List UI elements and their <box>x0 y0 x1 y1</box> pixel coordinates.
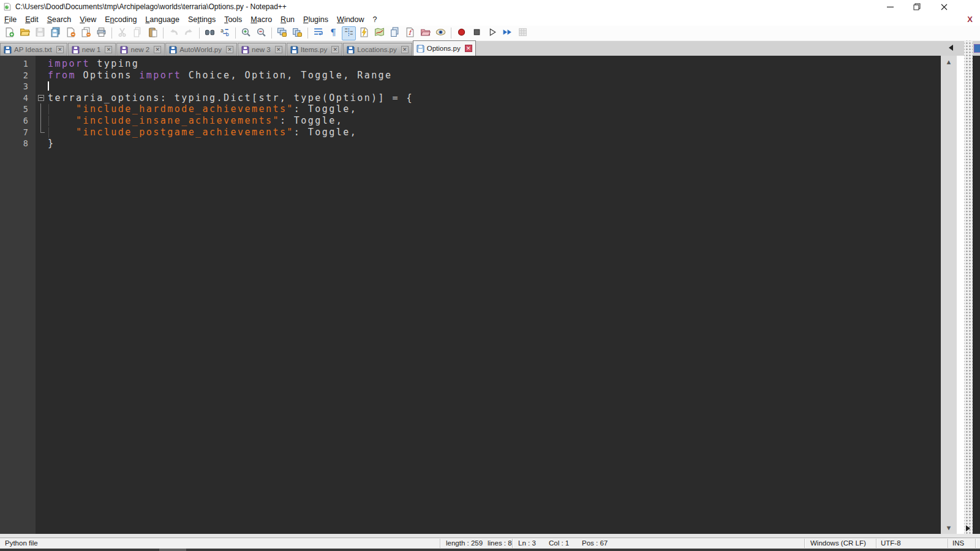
tab-close-icon[interactable]: ✕ <box>105 46 112 53</box>
cut-button[interactable] <box>115 26 129 40</box>
zoom-in-button[interactable] <box>239 26 253 40</box>
find-button[interactable] <box>203 26 217 40</box>
status-eol-format[interactable]: Windows (CR LF) <box>810 538 866 549</box>
sync-scroll-horizontal-icon <box>292 27 303 40</box>
play-macro-icon <box>487 27 497 40</box>
menubar-close-icon[interactable]: X <box>967 13 973 26</box>
copy-button[interactable] <box>130 26 145 40</box>
toolbar-separator <box>163 28 164 39</box>
fold-margin <box>36 58 48 70</box>
scroll-up-icon[interactable]: ▲ <box>941 57 957 67</box>
sync-scroll-vertical-button[interactable] <box>275 26 289 40</box>
sync-scroll-horizontal-button[interactable] <box>290 26 304 40</box>
record-macro-button[interactable] <box>454 26 469 40</box>
tab-close-icon[interactable]: ✕ <box>56 46 64 53</box>
lightning-doc-button[interactable] <box>357 26 371 40</box>
floppy-disk-icon <box>120 46 128 54</box>
close-button[interactable] <box>933 0 954 13</box>
minimize-button[interactable] <box>880 0 900 13</box>
tab-ap-ideas.txt[interactable]: AP Ideas.txt✕ <box>0 43 67 56</box>
fast-forward-icon <box>502 27 513 40</box>
fast-forward-button[interactable] <box>500 26 514 40</box>
tab-items.py[interactable]: Items.py✕ <box>287 43 342 56</box>
menu-macro[interactable]: Macro <box>246 13 276 26</box>
macro-save-button[interactable] <box>516 26 530 40</box>
code-line: 3 <box>0 81 941 92</box>
show-all-chars-button[interactable]: ¶ <box>326 26 341 40</box>
tab-close-icon[interactable]: ✕ <box>465 45 472 52</box>
tab-close-icon[interactable]: ✕ <box>331 46 339 53</box>
save-button[interactable] <box>33 26 47 40</box>
code-text: terraria_options: typing.Dict[str, type(… <box>48 92 413 104</box>
eye-button[interactable] <box>434 26 448 40</box>
undo-button[interactable] <box>167 26 181 40</box>
menu-window[interactable]: Window <box>333 13 368 26</box>
play-macro-button[interactable] <box>485 26 499 40</box>
print-button[interactable] <box>94 26 108 40</box>
folder-button[interactable] <box>418 26 432 40</box>
menu-file[interactable]: File <box>0 13 21 26</box>
paste-icon <box>148 27 158 40</box>
tab-close-icon[interactable]: ✕ <box>154 46 161 53</box>
code-line: 4terraria_options: typing.Dict[str, type… <box>0 92 941 104</box>
menu-?[interactable]: ? <box>369 13 382 26</box>
code-line: 7 "include_postgame_achievements": Toggl… <box>0 127 941 138</box>
replace-button[interactable]: ab <box>218 26 232 40</box>
save-all-button[interactable] <box>48 26 62 40</box>
secondary-view-pane <box>973 40 980 534</box>
scroll-down-icon[interactable]: ▼ <box>941 523 957 533</box>
new-file-button[interactable] <box>2 26 17 40</box>
status-encoding[interactable]: UTF-8 <box>881 538 901 549</box>
tab-autoworld.py[interactable]: AutoWorld.py✕ <box>165 43 237 56</box>
code-text: "include_insane_achievements": Toggle, <box>48 115 343 127</box>
tab-new-3[interactable]: new 3✕ <box>238 43 286 56</box>
status-length: length : 259 <box>446 538 483 549</box>
word-wrap-button[interactable] <box>311 26 325 40</box>
paste-button[interactable] <box>146 26 160 40</box>
menu-language[interactable]: Language <box>141 13 184 26</box>
open-file-button[interactable] <box>18 26 32 40</box>
line-number: 4 <box>0 92 36 104</box>
secondary-tab-strip <box>973 40 980 56</box>
tab-close-icon[interactable]: ✕ <box>275 46 282 53</box>
stop-macro-button[interactable] <box>470 26 484 40</box>
menu-tools[interactable]: Tools <box>220 13 246 26</box>
menu-plugins[interactable]: Plugins <box>299 13 333 26</box>
line-number: 3 <box>0 81 36 92</box>
code-text <box>48 81 49 92</box>
indent-guide-button[interactable] <box>342 26 356 40</box>
menu-run[interactable]: Run <box>276 13 299 26</box>
vertical-scrollbar[interactable]: ▲ ▼ <box>941 56 957 534</box>
floppy-disk-icon <box>241 46 249 54</box>
menu-search[interactable]: Search <box>43 13 76 26</box>
floppy-disk-icon <box>169 46 177 54</box>
tab-close-icon[interactable]: ✕ <box>226 46 233 53</box>
fold-line-icon <box>36 103 48 115</box>
menu-view[interactable]: View <box>75 13 100 26</box>
documents-icon <box>390 27 400 40</box>
menu-encoding[interactable]: Encoding <box>100 13 141 26</box>
close-doc-button[interactable] <box>64 26 78 40</box>
floppy-disk-icon <box>347 46 355 54</box>
view-splitter-grip[interactable] <box>964 40 973 534</box>
zoom-out-button[interactable] <box>254 26 268 40</box>
redo-button[interactable] <box>182 26 196 40</box>
close-all-button[interactable] <box>79 26 93 40</box>
code-editor[interactable]: 1import typing2from Options import Choic… <box>0 56 941 534</box>
tab-new-1[interactable]: new 1✕ <box>68 43 116 56</box>
indent-guide-line <box>48 116 49 126</box>
tab-close-icon[interactable]: ✕ <box>401 46 409 53</box>
restore-button[interactable] <box>907 0 927 13</box>
splitter-arrow-icon[interactable] <box>966 525 970 531</box>
tab-locations.py[interactable]: Locations.py✕ <box>343 43 412 56</box>
documents-button[interactable] <box>388 26 402 40</box>
function-list-button[interactable]: f <box>403 26 417 40</box>
fold-minus-icon[interactable] <box>36 92 48 104</box>
tab-new-2[interactable]: new 2✕ <box>116 43 165 56</box>
tab-options.py[interactable]: Options.py✕ <box>413 40 476 56</box>
status-typing-mode[interactable]: INS <box>952 538 964 549</box>
menu-settings[interactable]: Settings <box>184 13 220 26</box>
map-button[interactable] <box>372 26 386 40</box>
tab-scroll-left-icon[interactable] <box>949 45 953 51</box>
menu-edit[interactable]: Edit <box>21 13 43 26</box>
